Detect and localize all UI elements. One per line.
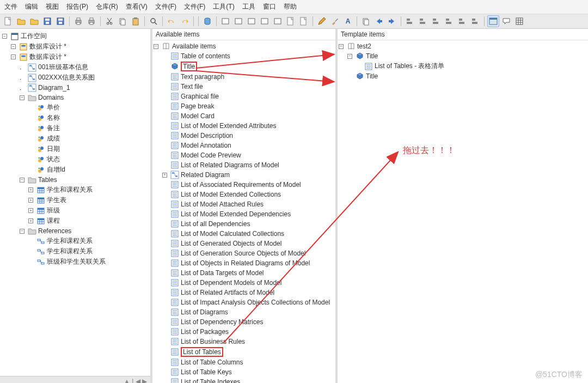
collapse-icon[interactable]: − (20, 178, 24, 183)
template-root[interactable]: −test2 (338, 41, 588, 51)
folder-open-icon[interactable] (15, 15, 27, 27)
tree-item[interactable]: 自增Id (27, 165, 149, 175)
save-icon[interactable] (41, 15, 53, 27)
menu-item[interactable]: 文件 (4, 2, 17, 11)
tree-item[interactable]: ·001班级基本信息 (19, 62, 149, 72)
tree-item[interactable]: +班级 (27, 205, 149, 216)
tree-item[interactable]: −Tables (19, 175, 149, 185)
menu-item[interactable]: 文件(F) (155, 2, 176, 11)
stack-icon[interactable] (232, 15, 244, 27)
collapse-icon[interactable]: − (20, 229, 24, 234)
pencil-icon[interactable] (316, 15, 328, 27)
expand-icon[interactable]: + (28, 187, 33, 192)
available-item[interactable]: List of Model Extended Dependencies (161, 209, 335, 219)
folder-yellow-icon[interactable] (28, 15, 40, 27)
collapse-icon[interactable]: − (11, 44, 16, 49)
align-center-icon[interactable] (417, 15, 429, 27)
menu-item[interactable]: 查看(V) (126, 2, 148, 11)
menu-item[interactable]: 编辑 (25, 2, 38, 11)
collapse-icon[interactable]: − (154, 44, 158, 49)
align-left-icon[interactable] (404, 15, 416, 27)
cylinder-db-icon[interactable] (201, 15, 213, 27)
available-item[interactable]: Model Card (161, 111, 335, 121)
available-item[interactable]: List of Table Keys (161, 367, 335, 377)
workspace-root[interactable]: −工作空间 (1, 31, 149, 41)
available-item[interactable]: List of Model Calculated Collections (161, 229, 335, 239)
cut-icon[interactable] (103, 15, 115, 27)
available-item[interactable]: List of Dependency Matrices (161, 317, 335, 327)
available-item[interactable]: Model Description (161, 131, 335, 141)
tree-item[interactable]: 状态 (27, 154, 149, 165)
expand-icon[interactable]: + (28, 218, 33, 223)
align-b-icon[interactable] (469, 15, 481, 27)
tree-item[interactable]: 成绩 (27, 133, 149, 144)
menu-item[interactable]: 报告(P) (66, 2, 88, 11)
available-item[interactable]: Text paragraph (161, 72, 335, 82)
available-item[interactable]: List of all Dependencies (161, 219, 335, 229)
browser-active-icon[interactable] (487, 15, 499, 27)
available-item[interactable]: Graphical file (161, 92, 335, 101)
menu-item[interactable]: 工具(T) (213, 2, 234, 11)
available-item[interactable]: List of Generated Objects of Model (161, 239, 335, 248)
tree-item[interactable]: −References (19, 226, 149, 236)
available-item[interactable]: List of Diagrams (161, 307, 335, 317)
available-item[interactable]: List of Related Artifacts of Model (161, 288, 335, 297)
save-all-icon[interactable] (54, 15, 66, 27)
available-item[interactable]: List of Dependent Models of Model (161, 278, 335, 288)
available-item[interactable]: List of Business Rules (161, 337, 335, 346)
collapse-icon[interactable]: − (11, 54, 16, 59)
expand-icon[interactable]: + (28, 198, 33, 203)
available-item[interactable]: List of Associated Requirements of Model (161, 180, 335, 190)
menu-item[interactable]: 视图 (46, 2, 59, 11)
collapse-icon[interactable]: − (2, 34, 7, 39)
template-item[interactable]: Title (346, 71, 588, 81)
available-item[interactable]: List of Model Extended Attributes (161, 121, 335, 131)
align-v-icon[interactable] (443, 15, 455, 27)
tree-item[interactable]: +学生表 (27, 195, 149, 205)
paste-icon[interactable] (130, 15, 142, 27)
available-item[interactable]: List of Objects in Related Diagrams of M… (161, 258, 335, 268)
available-item[interactable]: List of Impact Analysis Objects Collecti… (161, 297, 335, 307)
arrow-right-blue-icon[interactable] (386, 15, 398, 27)
arrow-left-blue-icon[interactable] (373, 15, 385, 27)
available-item[interactable]: Table of contents (161, 51, 335, 61)
available-item[interactable]: List of Model Attached Rules (161, 199, 335, 209)
note-icon[interactable] (285, 15, 297, 27)
available-tree[interactable]: −Available itemsTable of contentsTitleTe… (152, 41, 335, 383)
tree-item[interactable]: +学生和课程关系 (27, 185, 149, 195)
tree-item[interactable]: 学生和课程关系 (27, 246, 149, 257)
tree-item[interactable]: 日期 (27, 144, 149, 154)
left-panel-tabs[interactable]: ▲ | ◀ ▶ (0, 376, 150, 383)
tree-item[interactable]: 学生和课程关系 (27, 236, 149, 246)
tree-item[interactable]: ·Diagram_1 (19, 83, 149, 93)
available-item[interactable]: Model Annotation (161, 141, 335, 150)
tree-item[interactable]: −数据库设计 * (10, 52, 149, 62)
find-icon[interactable] (148, 15, 160, 27)
brush-icon[interactable] (329, 15, 341, 27)
redo-icon[interactable] (179, 15, 191, 27)
available-item[interactable]: List of Generation Source Objects of Mod… (161, 248, 335, 258)
file-new-icon[interactable] (2, 15, 14, 27)
collapse-icon[interactable]: − (20, 95, 24, 100)
tree-item[interactable]: +课程 (27, 216, 149, 226)
available-item[interactable]: List of Table Columns (161, 357, 335, 367)
available-item[interactable]: Page break (161, 101, 335, 111)
expand-icon[interactable]: + (28, 208, 33, 213)
text-a-icon[interactable] (342, 15, 354, 27)
notes-icon[interactable] (298, 15, 310, 27)
menu-item[interactable]: 仓库(R) (96, 2, 118, 11)
available-item[interactable]: Model Code Preview (161, 150, 335, 160)
tree-item[interactable]: −数据库设计 * (10, 41, 149, 52)
available-item[interactable]: List of Model Extended Collections (161, 190, 335, 199)
box-icon[interactable] (259, 15, 271, 27)
tree-item[interactable]: 备注 (27, 123, 149, 133)
available-item[interactable]: List of Packages (161, 327, 335, 337)
grid-icon[interactable] (513, 15, 525, 27)
duplicate-icon[interactable] (360, 15, 372, 27)
available-item[interactable]: Title (161, 61, 335, 72)
menu-item[interactable]: 窗口 (263, 2, 276, 11)
workspace-tree[interactable]: −工作空间−数据库设计 *−数据库设计 *·001班级基本信息·002XXX信息… (1, 31, 149, 267)
toggle-panel-icon[interactable] (219, 15, 231, 27)
box2-icon[interactable] (272, 15, 284, 27)
menu-item[interactable]: 帮助 (284, 2, 297, 11)
